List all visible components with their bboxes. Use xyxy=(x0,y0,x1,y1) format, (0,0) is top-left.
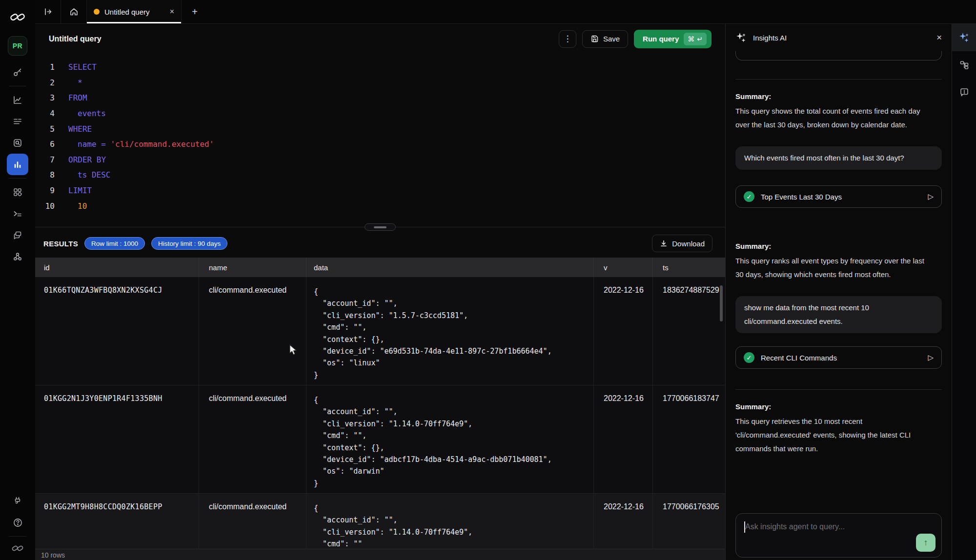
sidebar-divider xyxy=(9,86,26,86)
active-tab-underline xyxy=(87,22,181,23)
ask-agent-input[interactable] xyxy=(736,514,941,531)
page-title: Untitled query xyxy=(49,35,102,43)
sidebar-item-explore[interactable] xyxy=(7,132,28,154)
home-icon xyxy=(69,7,79,17)
line-number: 2 xyxy=(35,78,55,87)
play-icon[interactable]: ▷ xyxy=(928,192,934,201)
column-header-id[interactable]: id xyxy=(35,258,199,277)
line-number: 4 xyxy=(35,109,55,118)
results-toolbar: RESULTS Row limit : 1000 History limit :… xyxy=(35,229,725,258)
summary-text: This query shows the total count of even… xyxy=(735,104,932,132)
run-query-button[interactable]: Run query ⌘ ↵ xyxy=(634,30,712,48)
alert-bubble-icon xyxy=(959,87,969,97)
panel-divider xyxy=(735,389,942,390)
sidebar-item-dashboards[interactable] xyxy=(7,181,28,203)
table-row[interactable]: 01K66TQNZA3WFBQ8XN2KXSG4CJ cli/command.e… xyxy=(35,277,725,385)
cell-data-json: { "account_id": "", "cli_version": "1.14… xyxy=(306,494,594,549)
sql-keyword: LIMIT xyxy=(68,186,92,195)
sidebar-item-query[interactable] xyxy=(7,154,28,175)
home-button[interactable] xyxy=(61,0,87,23)
insights-scroll-area[interactable]: Summary: This query shows the total coun… xyxy=(726,51,952,560)
sidebar-divider xyxy=(9,536,26,537)
send-button[interactable]: ↑ xyxy=(916,534,935,552)
summary-label: Summary: xyxy=(735,242,942,250)
run-shortcut-badge: ⌘ ↵ xyxy=(684,33,707,45)
rail-item-query-flow[interactable] xyxy=(952,51,976,79)
sidebar-item-api-keys[interactable] xyxy=(7,61,28,83)
new-tab-button[interactable]: + xyxy=(182,0,208,23)
footer-logo-icon xyxy=(10,543,25,553)
column-header-name[interactable]: name xyxy=(199,258,306,277)
avatar[interactable]: PR xyxy=(8,36,27,56)
sidebar-item-messages[interactable] xyxy=(7,224,28,246)
sidebar-toggle-button[interactable] xyxy=(35,0,61,23)
tab-untitled-query[interactable]: Untitled query × xyxy=(87,0,182,23)
row-limit-badge[interactable]: Row limit : 1000 xyxy=(84,237,145,250)
column-header-ts[interactable]: ts xyxy=(653,258,725,277)
sql-condition: name = 'cli/command.executed' xyxy=(68,140,214,149)
sql-editor[interactable]: 1SELECT 2* 3FROM 4events 5WHERE 6name = … xyxy=(35,54,725,225)
status-bar: 10 rows xyxy=(35,549,725,560)
table-row[interactable]: 01KGG2N1J3Y0ENP1R4F1335BNH cli/command.e… xyxy=(35,385,725,494)
summary-label: Summary: xyxy=(735,92,942,100)
arrow-up-icon: ↑ xyxy=(924,538,928,548)
rail-item-feedback[interactable] xyxy=(952,79,976,106)
panel-expand-icon xyxy=(43,7,52,16)
unsaved-dot-icon xyxy=(94,9,100,15)
save-button[interactable]: Save xyxy=(582,30,628,48)
rail-item-insights-ai[interactable] xyxy=(952,24,976,51)
close-panel-icon[interactable]: × xyxy=(936,32,942,43)
app-logo-icon[interactable] xyxy=(9,11,26,23)
cell-name: cli/command.executed xyxy=(199,494,306,549)
query-header: Untitled query ⋮ Save Run query ⌘ ↵ xyxy=(35,24,725,54)
key-icon xyxy=(13,67,22,77)
tab-close-icon[interactable]: × xyxy=(170,8,174,16)
cell-id: 01KGG2N1J3Y0ENP1R4F1335BNH xyxy=(35,385,199,493)
cell-v: 2022-12-16 xyxy=(594,277,653,385)
insights-title: Insights AI xyxy=(753,34,787,42)
sidebar-item-analytics[interactable] xyxy=(7,89,28,111)
flow-tree-icon xyxy=(959,60,969,70)
table-scrollbar[interactable] xyxy=(720,285,723,321)
user-question-bubble: Which events fired most often in the las… xyxy=(735,146,942,170)
sidebar-item-integrations[interactable] xyxy=(7,246,28,267)
sidebar-item-help[interactable] xyxy=(7,512,28,533)
sql-identifier: ts DESC xyxy=(68,170,110,180)
download-button[interactable]: Download xyxy=(652,235,712,252)
query-result-card[interactable]: ✓ Top Events Last 30 Days ▷ xyxy=(735,185,942,208)
plug-icon xyxy=(13,496,22,506)
nodes-icon xyxy=(13,252,22,261)
bar-chart-icon xyxy=(13,160,22,169)
cell-id: 01K66TQNZA3WFBQ8XN2KXSG4CJ xyxy=(35,277,199,385)
sql-token: * xyxy=(68,78,82,87)
column-header-v[interactable]: v xyxy=(594,258,653,277)
mouse-cursor xyxy=(289,344,300,358)
line-number: 9 xyxy=(35,186,55,195)
tab-bar: Untitled query × + xyxy=(35,0,976,24)
more-options-button[interactable]: ⋮ xyxy=(559,30,576,48)
sparkles-icon xyxy=(735,32,747,43)
check-icon: ✓ xyxy=(744,352,754,363)
grid-icon xyxy=(13,187,22,197)
sidebar-item-connections[interactable] xyxy=(7,490,28,512)
cell-data-json: { "account_id": "", "cli_version": "1.5.… xyxy=(306,277,594,385)
line-chart-icon xyxy=(13,95,22,105)
column-header-data[interactable]: data xyxy=(306,258,594,277)
left-sidebar: PR xyxy=(0,0,35,560)
sidebar-item-terminal[interactable] xyxy=(7,203,28,224)
cell-name: cli/command.executed xyxy=(199,277,306,385)
right-icon-rail xyxy=(952,24,976,560)
play-icon[interactable]: ▷ xyxy=(928,353,934,362)
query-result-card[interactable]: ✓ Recent CLI Commands ▷ xyxy=(735,346,942,369)
help-icon xyxy=(13,518,23,528)
row-count: 10 rows xyxy=(41,551,65,559)
table-row[interactable]: 01KGG2MT9H8H8CCDQ0ZK16BEPP cli/command.e… xyxy=(35,494,725,549)
search-box-icon xyxy=(13,138,22,148)
cell-ts: 1836274887529 xyxy=(653,277,725,385)
sidebar-item-events[interactable] xyxy=(7,111,28,132)
ask-agent-input-box[interactable]: ↑ xyxy=(735,513,942,558)
history-limit-badge[interactable]: History limit : 90 days xyxy=(151,237,227,250)
line-number: 10 xyxy=(35,201,55,211)
results-table: id name data v ts 01K66TQNZA3WFBQ8XN2KXS… xyxy=(35,258,725,549)
editor-results-splitter[interactable] xyxy=(35,225,725,229)
